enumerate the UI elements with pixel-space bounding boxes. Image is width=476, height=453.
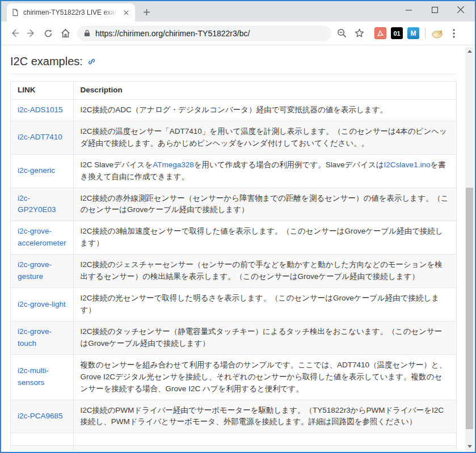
table-row: i2c-S11059I2C接続のRGBカラーセンサーで取得した値を表示します。（… [11,446,457,451]
new-tab-plus-icon[interactable] [138,4,154,20]
example-description: I2C接続のPWMドライバー経由でサーボモーターを駆動します。（TY51822r… [73,400,456,433]
example-description: I2C接続の温度センサー「ADT7410」を用いて温度を計測し表示します。（この… [73,121,456,154]
example-description: I2C接続のジェスチャーセンサー（センサーの前で手などを動かすと動かした方向など… [73,255,456,288]
table-row: i2c-ADS1015I2C接続のADC（アナログ・デジタルコンバータ）経由で可… [11,99,457,121]
table-row: i2c-GP2Y0E03I2C接続の赤外線測距センサー（センサーから障害物までの… [11,188,457,221]
browser-tab[interactable]: chirimen-TY51822r3 LIVE exampl [7,3,135,22]
scroll-down-icon[interactable] [465,442,474,451]
example-link[interactable]: i2c-grove-accelerometer [18,227,66,247]
table-row: i2c-grove-gestureI2C接続のジェスチャーセンサー（センサーの前… [11,255,457,288]
table-row: i2c-ADT7410I2C接続の温度センサー「ADT7410」を用いて温度を計… [11,121,457,154]
column-header-link: LINK [11,82,74,100]
link-cell: i2c-grove-gesture [11,255,74,288]
example-link[interactable]: i2c-PCA9685 [18,412,63,420]
example-description: I2C接続のタッチセンサー（静電容量式タッチキー）によるタッチ検出をおこないます… [73,321,456,354]
link-cell: i2c-grove-light [11,288,74,321]
maximize-icon[interactable] [422,1,448,18]
browser-toolbar: https://chirimen.org/chirimen-TY51822r3/… [1,22,475,45]
table-header-row: LINK Description [11,82,457,100]
example-description: I2C SlaveデバイスをATmega328を用いて作成する場合の利用例です。… [73,154,456,188]
example-description [73,433,456,446]
link-cell: i2c-grove-touch [11,321,74,354]
url-text: https://chirimen.org/chirimen-TY51822r3/… [95,29,250,38]
link-cell [11,433,74,446]
examples-table-body: i2c-ADS1015I2C接続のADC（アナログ・デジタルコンバータ）経由で可… [11,99,457,451]
inline-link[interactable]: I2Cslave1.ino [384,160,431,169]
tab-close-icon[interactable] [121,8,130,17]
zoom-out-icon[interactable] [334,26,349,41]
example-link[interactable]: i2c-grove-light [18,300,66,308]
vertical-scrollbar[interactable] [465,47,474,451]
lock-icon[interactable] [84,29,90,37]
toolbar-separator [425,28,426,39]
table-row [11,433,457,446]
column-header-description: Description [73,82,456,100]
table-row: i2c-grove-accelerometerI2C接続の3軸加速度センサーで取… [11,221,457,255]
scrollbar-thumb[interactable] [466,188,473,429]
home-icon[interactable] [57,25,74,42]
example-link[interactable]: i2c-multi-sensors [18,366,49,387]
scroll-up-icon[interactable] [465,47,474,56]
minimize-icon[interactable] [395,1,422,18]
window-close-icon[interactable] [448,1,474,18]
example-description: I2C接続の赤外線測距センサー（センサーから障害物までの距離を測るセンサー）の値… [73,188,456,221]
link-cell: i2c-grove-accelerometer [11,221,74,255]
document-favicon-icon [11,9,19,16]
example-link[interactable]: i2c-GP2Y0E03 [18,194,56,214]
table-row: i2c-genericI2C SlaveデバイスをATmega328を用いて作成… [11,154,457,188]
kebab-menu-icon[interactable] [448,26,460,41]
link-cell: i2c-generic [11,154,74,188]
back-arrow-icon[interactable] [6,25,23,42]
link-cell: i2c-multi-sensors [11,354,74,400]
example-link[interactable]: i2c-ADT7410 [18,133,62,141]
example-description: I2C接続の光センサーで取得した明るさを表示します。（このセンサーはGroveケ… [73,288,456,321]
address-bar[interactable]: https://chirimen.org/chirimen-TY51822r3/… [77,26,331,41]
star-icon[interactable] [352,26,367,41]
extension-01-badge[interactable]: 01 [391,27,403,39]
examples-table: LINK Description i2c-ADS1015I2C接続のADC（アナ… [10,81,457,451]
link-cell: i2c-GP2Y0E03 [11,188,74,221]
link-cell: i2c-ADS1015 [11,99,74,121]
link-chain-icon[interactable] [87,57,96,66]
example-description: I2C接続のADC（アナログ・デジタルコンバータ）経由で可変抵抗器の値を表示しま… [73,99,456,121]
tab-strip: chirimen-TY51822r3 LIVE exampl [1,1,475,22]
hamster-extension-icon[interactable] [431,27,443,39]
table-row: i2c-grove-lightI2C接続の光センサーで取得した明るさを表示します… [11,288,457,321]
example-description: 複数のセンサーを組み合わせて利用する場合のサンプルです。ここでは、ADT7410… [73,354,456,400]
example-description: I2C接続のRGBカラーセンサーで取得した値を表示します。（このセンサーは4本の… [73,446,456,451]
browser-window: chirimen-TY51822r3 LIVE exampl [0,0,476,453]
link-cell: i2c-S11059 [11,446,74,451]
pdf-extension-icon[interactable] [374,27,386,39]
tab-title: chirimen-TY51822r3 LIVE exampl [23,9,117,16]
example-link[interactable]: i2c-grove-gesture [18,260,52,281]
example-link[interactable]: i2c-grove-touch [18,327,52,348]
page-title-text: I2C examples: [10,55,83,68]
reload-icon[interactable] [40,25,57,42]
table-row: i2c-multi-sensors複数のセンサーを組み合わせて利用する場合のサン… [11,354,457,400]
example-description: I2C接続の3軸加速度センサーで取得した値を表示します。（このセンサーはGrov… [73,221,456,255]
forward-arrow-icon[interactable] [23,25,40,42]
extensions-area: 01 M [374,26,460,41]
table-row: i2c-grove-touchI2C接続のタッチセンサー（静電容量式タッチキー）… [11,321,457,354]
window-controls [395,1,474,18]
link-cell: i2c-PCA9685 [11,400,74,433]
table-row: i2c-PCA9685I2C接続のPWMドライバー経由でサーボモーターを駆動しま… [11,400,457,433]
extension-m-badge[interactable]: M [407,27,419,39]
page-content: I2C examples: LINK Description i2c-ADS10… [2,47,465,451]
inline-link[interactable]: ATmega328 [153,160,194,169]
example-link[interactable]: i2c-generic [18,166,55,175]
page-title: I2C examples: [10,54,457,74]
example-link[interactable]: i2c-ADS1015 [18,105,63,114]
link-cell: i2c-ADT7410 [11,121,74,154]
